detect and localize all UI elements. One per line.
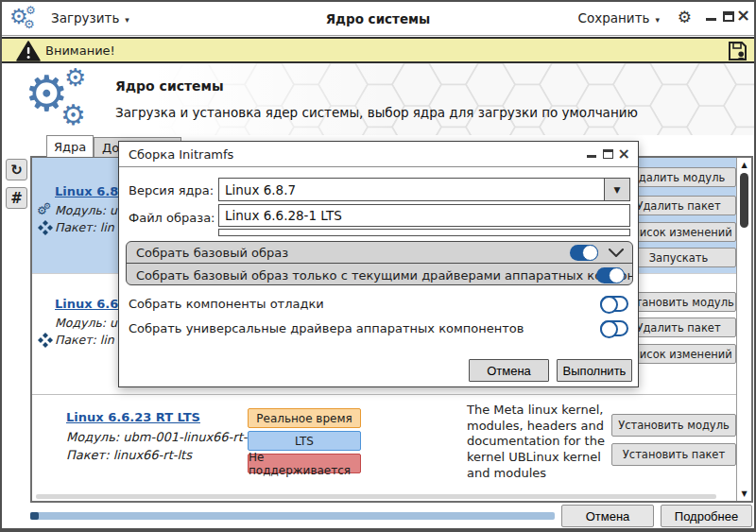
settings-gear-icon[interactable]: ⚙ [678, 9, 692, 26]
dialog-cancel-button[interactable]: Отмена [469, 359, 549, 382]
base-image-group: Собрать базовый образ Собрать базовый об… [126, 241, 633, 285]
package-icon [38, 220, 53, 235]
save-menu[interactable]: Сохранить▾ [578, 10, 660, 26]
install-package-button[interactable]: Установить пакет [611, 443, 736, 466]
combobox-dropdown-button[interactable]: ▼ [604, 179, 629, 200]
vertical-scrollbar[interactable]: ▲ ▼ [736, 158, 751, 501]
option-row-debug[interactable]: Собрать компоненты отладки [119, 293, 638, 315]
app-window: ⚙ ⚙ ⚙ Загрузить▾ Ядро системы Сохранить▾… [0, 0, 756, 532]
dialog-close-button[interactable]: × [618, 145, 630, 163]
badge-lts: LTS [248, 431, 361, 451]
dialog-maximize-button[interactable] [603, 149, 613, 159]
refresh-icon: ↻ [10, 162, 23, 179]
tab-kernels[interactable]: Ядра [46, 135, 94, 157]
scroll-down-icon[interactable]: ▼ [737, 489, 751, 498]
refresh-button[interactable]: ↻ [6, 159, 27, 180]
hex-fade-overlay [2, 63, 754, 135]
base-image-toggle[interactable] [570, 245, 598, 261]
maximize-button[interactable] [723, 11, 734, 22]
module-line: Модуль: ubm-001-linux66-rt-lts [66, 430, 262, 444]
initramfs-dialog: Сборка Initramfs × Версия ядра: ▼ Файл о… [118, 141, 639, 387]
kernel-row[interactable]: Linux 6.6.23 RT LTS Модуль: ubm-001-linu… [32, 394, 736, 500]
kernel-version-label: Версия ядра: [129, 183, 214, 197]
current-drivers-toggle[interactable] [596, 267, 625, 283]
chevron-down-icon: ▾ [655, 15, 660, 25]
package-line: Пакет: linux66-rt-lts [66, 448, 192, 462]
module-gears-icon: ⚙ ⚙ [37, 203, 52, 218]
close-button[interactable]: × [736, 7, 750, 24]
footer-details-button[interactable]: Подробнее [661, 505, 752, 527]
option-label: Собрать универсальные драйвера аппаратны… [129, 321, 524, 335]
horizontal-scrollbar[interactable] [36, 494, 716, 499]
image-file-input[interactable] [219, 205, 629, 226]
badge-unsupported: Не поддерживается [248, 454, 361, 473]
image-file-extra-field[interactable] [218, 229, 630, 236]
option-label: Собрать базовый образ только с текущими … [136, 268, 633, 283]
kernel-link[interactable]: Linux 6.6.23 RT LTS [66, 410, 200, 424]
package-icon [38, 333, 53, 348]
warning-text: Внимание! [45, 43, 115, 58]
option-label: Собрать компоненты отладки [129, 297, 324, 311]
option-row-universal-drivers[interactable]: Собрать универсальные драйвера аппаратны… [119, 317, 638, 339]
save-menu-label: Сохранить [578, 10, 650, 26]
scroll-up-icon[interactable]: ▲ [737, 161, 751, 169]
universal-drivers-toggle[interactable] [600, 320, 628, 336]
badge-realtime: Реальное время [248, 408, 361, 428]
kernel-gears-icon: ⚙ ⚙ ⚙ [19, 63, 113, 135]
progress-fill [30, 512, 39, 520]
package-line: Пакет: lin [55, 220, 114, 234]
option-row-current-drivers[interactable]: Собрать базовый образ только с текущими … [127, 265, 632, 285]
chevron-down-icon[interactable] [609, 249, 624, 257]
debug-components-toggle[interactable] [600, 296, 628, 312]
dialog-title: Сборка Initramfs [129, 147, 233, 162]
kernel-link[interactable]: Linux 6.6. [55, 297, 123, 311]
dropdown-arrow-icon: ▼ [614, 185, 621, 195]
kernel-link[interactable]: Linux 6.8. [55, 184, 123, 198]
install-module-button[interactable]: Установить модуль [611, 414, 736, 437]
scrollbar-thumb[interactable] [740, 173, 748, 228]
option-row-base-image[interactable]: Собрать базовый образ [127, 242, 632, 264]
footer-cancel-button[interactable]: Отмена [561, 505, 654, 527]
image-file-field[interactable] [218, 204, 630, 227]
progress-bar [30, 512, 555, 520]
kernel-description: The Meta linux kernel, modules, headers … [467, 403, 614, 481]
package-line: Пакет: lin [55, 333, 114, 347]
page-subtitle: Загрузка и установка ядер системы, выбор… [115, 105, 638, 120]
module-line: Модуль: u [55, 203, 117, 217]
kernel-version-input[interactable] [219, 179, 604, 200]
hash-icon: # [10, 190, 23, 207]
page-title: Ядро системы [115, 78, 224, 94]
hash-button[interactable]: # [6, 187, 27, 209]
dialog-run-button[interactable]: Выполнить [557, 359, 632, 382]
image-file-label: Файл образа: [129, 211, 215, 225]
dialog-titlebar: Сборка Initramfs × [119, 142, 638, 167]
option-label: Собрать базовый образ [136, 246, 288, 260]
titlebar: ⚙ ⚙ ⚙ Загрузить▾ Ядро системы Сохранить▾… [2, 2, 754, 36]
dialog-minimize-button[interactable] [587, 155, 596, 158]
minimize-button[interactable] [706, 18, 716, 21]
page-header: ⚙ ⚙ ⚙ Ядро системы Загрузка и установка … [2, 63, 754, 135]
warning-bar: Внимание! [2, 37, 754, 63]
warning-icon [16, 41, 41, 61]
module-line: Модуль: u [55, 316, 117, 330]
save-report-icon[interactable] [726, 40, 748, 62]
kernel-version-combobox[interactable]: ▼ [218, 178, 630, 201]
